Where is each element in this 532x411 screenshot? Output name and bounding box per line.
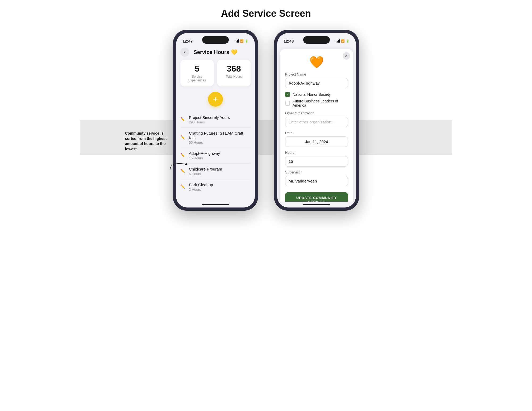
edit-icon: ✏️ xyxy=(180,117,186,122)
phone-screen-1: 12:47 📶 🔋 ‹ xyxy=(173,30,258,211)
service-item[interactable]: ✏️ Crafting Futures: STEAM Craft Kits 55… xyxy=(180,128,251,148)
stat-number-1: 5 xyxy=(185,64,210,74)
edit-icon: ✏️ xyxy=(180,184,186,190)
stat-experiences: 5 Service Experiences xyxy=(180,60,214,86)
edit-icon: ✏️ xyxy=(180,135,186,140)
home-bar-1 xyxy=(202,204,229,205)
phone-left: Community service is sorted from the hig… xyxy=(173,30,258,211)
service-list: ✏️ Project Sincerely Yours 290 Hours ✏️ … xyxy=(180,112,251,195)
stat-label-2: Total Hours xyxy=(221,75,246,78)
dynamic-island-1 xyxy=(202,36,229,44)
service-name: Park Cleanup xyxy=(189,182,251,187)
modal-card: ✕ 🧡 Project Name National Honor Society xyxy=(280,49,353,202)
service-name: Adopt-A-Highway xyxy=(189,151,251,156)
service-info: Childcare Program 6 Hours xyxy=(189,167,251,176)
home-indicator-2 xyxy=(277,202,356,207)
service-info: Crafting Futures: STEAM Craft Kits 55 Ho… xyxy=(189,131,251,144)
page-title: Add Service Screen xyxy=(221,8,311,19)
stats-row: 5 Service Experiences 368 Total Hours xyxy=(180,60,251,86)
hours-label: Hours xyxy=(285,151,348,155)
service-item[interactable]: ✏️ Adopt-A-Highway 15 Hours xyxy=(180,148,251,164)
time-1: 12:47 xyxy=(182,39,193,43)
status-icons-1: 📶 🔋 xyxy=(235,39,249,43)
back-button[interactable]: ‹ xyxy=(180,48,189,57)
other-org-label: Other Organization xyxy=(285,111,348,115)
service-hours: 15 Hours xyxy=(189,156,251,160)
service-name: Childcare Program xyxy=(189,167,251,171)
screen-1-content: ‹ Service Hours 💛 5 Service Experiences … xyxy=(176,46,255,202)
time-2: 12:43 xyxy=(284,39,294,43)
edit-icon: ✏️ xyxy=(180,169,186,174)
service-info: Park Cleanup 2 Hours xyxy=(189,182,251,192)
heart-icon: 🧡 xyxy=(285,55,348,69)
wifi-icon-2: 📶 xyxy=(341,39,345,43)
screen-title: Service Hours 💛 xyxy=(193,49,237,55)
plus-icon: + xyxy=(213,94,218,104)
add-service-button[interactable]: + xyxy=(208,92,223,107)
stat-hours: 368 Total Hours xyxy=(217,60,251,86)
edit-icon: ✏️ xyxy=(180,153,186,158)
service-info: Project Sincerely Yours 290 Hours xyxy=(189,115,251,124)
project-name-label: Project Name xyxy=(285,72,348,76)
other-org-input[interactable] xyxy=(285,117,348,127)
service-hours: 55 Hours xyxy=(189,140,251,144)
service-item[interactable]: ✏️ Project Sincerely Yours 290 Hours xyxy=(180,112,251,128)
modal-overlay: ✕ 🧡 Project Name National Honor Society xyxy=(277,46,356,202)
service-hours: 290 Hours xyxy=(189,120,251,124)
service-hours: 6 Hours xyxy=(189,172,251,176)
home-bar-2 xyxy=(303,204,330,205)
date-input[interactable] xyxy=(285,136,348,147)
signal-icon-2 xyxy=(336,39,340,43)
service-info: Adopt-A-Highway 15 Hours xyxy=(189,151,251,160)
close-button[interactable]: ✕ xyxy=(343,52,350,60)
battery-icon-1: 🔋 xyxy=(245,39,248,43)
fbla-label: Future Business Leaders of America xyxy=(293,99,348,107)
annotation-text: Community service is sorted from the hig… xyxy=(125,131,168,152)
home-indicator-1 xyxy=(176,202,255,207)
service-hours: 2 Hours xyxy=(189,188,251,192)
nhs-label: National Honor Society xyxy=(293,92,331,97)
supervisor-label: Supervisor xyxy=(285,170,348,174)
battery-icon-2: 🔋 xyxy=(346,39,350,43)
service-item[interactable]: ✏️ Park Cleanup 2 Hours xyxy=(180,179,251,195)
supervisor-input[interactable] xyxy=(285,176,348,186)
signal-icon-1 xyxy=(235,39,239,43)
fbla-checkbox[interactable] xyxy=(285,101,290,106)
service-item[interactable]: ✏️ Childcare Program 6 Hours xyxy=(180,164,251,179)
nhs-checkbox-item[interactable]: National Honor Society xyxy=(285,92,348,97)
dynamic-island-2 xyxy=(303,36,330,44)
fbla-checkbox-item[interactable]: Future Business Leaders of America xyxy=(285,99,348,107)
nav-header: ‹ Service Hours 💛 xyxy=(180,46,251,60)
project-name-input[interactable] xyxy=(285,78,348,88)
update-community-service-button[interactable]: UPDATE COMMUNITY SERVICE xyxy=(285,192,348,202)
hours-input[interactable] xyxy=(285,156,348,167)
organizations-checkboxes: National Honor Society Future Business L… xyxy=(285,92,348,107)
nhs-checkbox[interactable] xyxy=(285,92,290,97)
date-label: Date xyxy=(285,131,348,135)
phone-right: 12:43 📶 🔋 ✕ xyxy=(274,30,359,211)
stat-label-1: Service Experiences xyxy=(185,75,210,82)
service-name: Project Sincerely Yours xyxy=(189,115,251,120)
status-icons-2: 📶 🔋 xyxy=(336,39,350,43)
stat-number-2: 368 xyxy=(221,64,246,74)
service-name: Crafting Futures: STEAM Craft Kits xyxy=(189,131,251,140)
wifi-icon-1: 📶 xyxy=(240,39,244,43)
phone-screen-2: 12:43 📶 🔋 ✕ xyxy=(274,30,359,211)
